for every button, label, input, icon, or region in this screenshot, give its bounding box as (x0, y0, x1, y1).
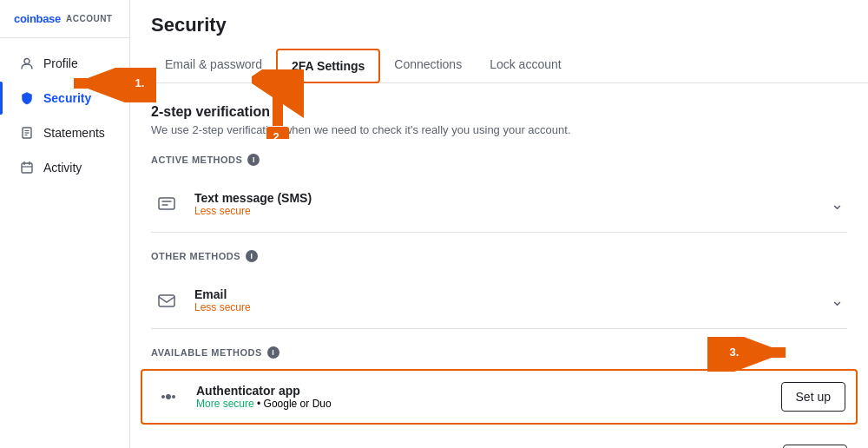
tab-lock-account[interactable]: Lock account (476, 49, 575, 83)
security-key-icon (151, 444, 182, 448)
calendar-icon (19, 160, 35, 175)
tab-connections[interactable]: Connections (380, 49, 476, 83)
authenticator-security-extra: Google or Duo (264, 398, 332, 410)
authenticator-security-label: More secure • Google or Duo (196, 398, 781, 410)
svg-point-11 (166, 394, 171, 399)
available-methods-section: AVAILABLE METHODS i Authenticator app Mo… (151, 346, 847, 448)
authenticator-icon (153, 381, 184, 412)
authenticator-method-info: Authenticator app More secure • Google o… (196, 384, 781, 410)
2fa-section-desc: We use 2-step verification when we need … (151, 123, 847, 136)
content-area: 2-step verification We use 2-step verifi… (130, 83, 868, 448)
other-methods-info-icon[interactable]: i (246, 250, 258, 262)
authenticator-method-name: Authenticator app (196, 384, 781, 398)
sms-method-name: Text message (SMS) (194, 191, 827, 205)
brand-account: ACCOUNT (66, 14, 113, 23)
email-security-label: Less secure (194, 301, 827, 313)
security-key-setup-button[interactable]: Set up (783, 445, 847, 448)
email-method-name: Email (194, 287, 827, 301)
email-icon (151, 285, 182, 316)
available-methods-label: AVAILABLE METHODS i (151, 346, 847, 359)
active-methods-info-icon[interactable]: i (247, 154, 260, 166)
method-email: Email Less secure ⌄ (151, 273, 847, 329)
sidebar-item-profile-label: Profile (43, 56, 78, 70)
svg-rect-5 (22, 163, 32, 173)
document-icon (19, 125, 35, 141)
active-methods-label: ACTIVE METHODS i (151, 154, 847, 166)
email-method-info: Email Less secure (194, 287, 827, 313)
sidebar-logo: coinbase ACCOUNT (0, 0, 129, 38)
method-authenticator: Authenticator app More secure • Google o… (141, 369, 858, 425)
other-methods-section: OTHER METHODS i Email Less secure ⌄ (151, 250, 847, 329)
method-security-key: Security key Most secure • Physical key … (151, 432, 847, 448)
person-icon (19, 56, 35, 71)
sidebar-item-activity[interactable]: Activity (5, 151, 124, 184)
other-methods-label: OTHER METHODS i (151, 250, 847, 262)
available-methods-info-icon[interactable]: i (267, 346, 279, 359)
authenticator-setup-button[interactable]: Set up (781, 382, 845, 412)
brand-name: coinbase (14, 12, 61, 25)
authenticator-security-text: More secure (196, 398, 254, 410)
sidebar-item-statements-label: Statements (43, 126, 105, 140)
page-header: Security Email & password 2FA Settings C… (130, 0, 868, 83)
email-chevron-icon[interactable]: ⌄ (827, 287, 847, 313)
sidebar-item-activity-label: Activity (43, 161, 82, 175)
sms-icon (151, 188, 182, 220)
sidebar-item-security[interactable]: Security (5, 82, 124, 115)
svg-point-12 (161, 395, 165, 399)
svg-rect-10 (159, 295, 174, 306)
2fa-section-title: 2-step verification (151, 104, 847, 120)
tab-email-password[interactable]: Email & password (151, 49, 276, 83)
authenticator-security-separator: • (257, 398, 264, 410)
sms-method-info: Text message (SMS) Less secure (194, 191, 827, 217)
sidebar: coinbase ACCOUNT Profile Security (0, 0, 130, 448)
svg-point-0 (24, 59, 30, 64)
svg-rect-9 (159, 198, 174, 209)
sms-chevron-icon[interactable]: ⌄ (827, 191, 847, 217)
shield-icon (19, 90, 35, 106)
active-methods-section: ACTIVE METHODS i Text message (SMS) Less… (151, 154, 847, 233)
method-sms: Text message (SMS) Less secure ⌄ (151, 176, 847, 233)
tabs-bar: Email & password 2FA Settings Connection… (151, 49, 847, 82)
sidebar-item-security-label: Security (43, 91, 91, 105)
svg-point-13 (172, 395, 175, 399)
page-title: Security (151, 14, 847, 36)
sidebar-item-profile[interactable]: Profile (5, 47, 124, 80)
main-content: Security Email & password 2FA Settings C… (130, 0, 868, 448)
tab-2fa-settings[interactable]: 2FA Settings (276, 49, 380, 83)
sms-security-label: Less secure (194, 205, 827, 217)
sidebar-item-statements[interactable]: Statements (5, 116, 124, 149)
sidebar-nav: Profile Security Statements (0, 38, 129, 186)
